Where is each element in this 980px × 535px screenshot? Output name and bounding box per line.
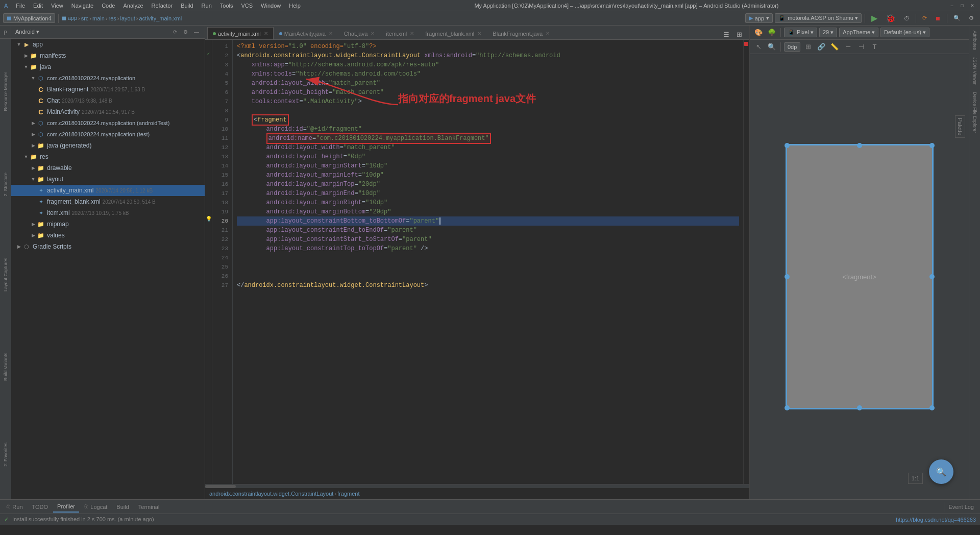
device-selector[interactable]: 📱 motorola AOSP on Shamu ▾ — [775, 13, 862, 23]
vtab-attributes[interactable]: Attributes — [971, 28, 979, 53]
tree-arrow-gradle[interactable]: ▶ — [15, 244, 22, 249]
panel-settings-btn[interactable]: ⚙ — [182, 29, 189, 35]
debug-button[interactable]: 🐞 — [883, 12, 899, 24]
text-icon[interactable]: T — [869, 41, 880, 53]
code-content[interactable]: <?xml version="1.0" encoding="utf-8"?> <… — [233, 40, 743, 484]
menu-analyze[interactable]: Analyze — [119, 2, 147, 10]
tree-arrow-manifests[interactable]: ▶ — [22, 53, 30, 58]
tree-item-layout[interactable]: ▼ 📁 layout — [11, 174, 205, 185]
grid-toggle-btn[interactable]: ⊞ — [802, 41, 814, 53]
profile-button[interactable]: ⏱ — [901, 14, 913, 22]
menu-help[interactable]: Help — [285, 2, 305, 10]
tab-close-fragment-blank[interactable]: ✕ — [477, 31, 481, 36]
tool-tab-terminal[interactable]: Terminal — [134, 501, 164, 513]
tree-arrow-values[interactable]: ▶ — [30, 233, 37, 238]
breadcrumb-fragment[interactable]: fragment — [337, 491, 359, 497]
handle-top[interactable] — [857, 143, 862, 148]
tree-arrow-res[interactable]: ▼ — [22, 154, 30, 159]
scrollbar-thumb[interactable] — [205, 485, 236, 488]
handle-bottom-right[interactable] — [929, 405, 935, 410]
theme-selector[interactable]: AppTheme ▾ — [839, 28, 878, 37]
handle-bottom-left[interactable] — [785, 405, 790, 410]
tree-arrow-mipmap[interactable]: ▶ — [30, 222, 37, 227]
tab-mainactivity-java[interactable]: MainActivity.java ✕ — [274, 27, 338, 39]
menu-edit[interactable]: Edit — [29, 2, 47, 10]
path-app[interactable]: ◼ app — [62, 15, 77, 21]
dp-input[interactable]: 0dp — [784, 42, 800, 52]
settings-gear[interactable]: ⚙ — [966, 14, 977, 22]
tree-item-chat[interactable]: C Chat 2020/7/13 9:38, 148 B — [11, 95, 205, 106]
horizontal-scrollbar[interactable] — [205, 484, 749, 488]
tree-item-java-gen[interactable]: ▶ 📁 java (generated) — [11, 140, 205, 151]
status-url[interactable]: https://blog.csdn.net/qq=466263 — [896, 517, 976, 523]
menu-code[interactable]: Code — [97, 2, 119, 10]
handle-left[interactable] — [785, 274, 790, 279]
tree-item-com-test[interactable]: ▶ ⬡ com.c201801020224.myapplication (tes… — [11, 129, 205, 140]
tab-item-xml[interactable]: item.xml ✕ — [380, 27, 420, 39]
breadcrumb-constraintlayout[interactable]: androidx.constraintlayout.widget.Constra… — [209, 491, 333, 497]
tool-tab-profiler[interactable]: Profiler — [53, 501, 79, 513]
api-level-selector[interactable]: 29 ▾ — [819, 28, 837, 37]
panel-collapse-btn[interactable]: — — [192, 29, 201, 35]
zoom-fab[interactable]: 🔍 — [929, 459, 953, 484]
vtab-project[interactable]: P — [0, 28, 11, 39]
tab-blankfragment-java[interactable]: BlankFragment.java ✕ — [487, 27, 555, 39]
tab-close-mainactivity[interactable]: ✕ — [329, 31, 333, 36]
tree-arrow-drawable[interactable]: ▶ — [30, 165, 37, 171]
tree-arrow-app[interactable]: ▼ — [15, 42, 22, 47]
handle-top-right[interactable] — [929, 143, 935, 148]
path-layout[interactable]: layout — [120, 15, 135, 21]
tree-arrow-com-android[interactable]: ▶ — [30, 120, 37, 126]
panel-sync-btn[interactable]: ⟳ — [172, 29, 179, 35]
tree-arrow-layout[interactable]: ▼ — [30, 177, 37, 182]
menu-navigate[interactable]: Navigate — [67, 2, 97, 10]
tree-item-activity-main-xml[interactable]: ✦ activity_main.xml 2020/7/14 20:56, 1.1… — [11, 185, 205, 196]
vtab-resource-manager[interactable]: Resource Manager — [2, 70, 9, 113]
menu-view[interactable]: View — [47, 2, 67, 10]
project-selector[interactable]: ◼ MyApplication4 — [3, 13, 55, 23]
tab-chat-java[interactable]: Chat.java ✕ — [338, 27, 380, 39]
tree-item-fragment-blank-xml[interactable]: ✦ fragment_blank.xml 2020/7/14 20:50, 51… — [11, 196, 205, 207]
tree-item-com-android[interactable]: ▶ ⬡ com.c201801020224.myapplication (and… — [11, 117, 205, 129]
menu-window[interactable]: Window — [257, 2, 285, 10]
menu-refactor[interactable]: Refactor — [148, 2, 177, 10]
tree-item-gradle[interactable]: ▶ ⬡ Gradle Scripts — [11, 241, 205, 252]
tree-arrow-com-main[interactable]: ▼ — [30, 76, 37, 81]
code-editor[interactable]: ✓ 💡 1 — [205, 40, 749, 484]
tool-tab-todo[interactable]: TODO — [28, 501, 53, 513]
device-preview-selector[interactable]: 📱 Pixel ▾ — [784, 28, 817, 37]
run-button[interactable]: ▶ — [868, 12, 880, 24]
tab-close-chat[interactable]: ✕ — [371, 31, 375, 36]
vtab-json-viewer[interactable]: JSON Viewer — [971, 54, 979, 88]
tree-item-res[interactable]: ▼ 📁 res — [11, 151, 205, 162]
tree-item-manifests[interactable]: ▶ 📁 manifests — [11, 50, 205, 61]
path-res[interactable]: res — [109, 15, 116, 21]
tree-item-mainactivity[interactable]: C MainActivity 2020/7/14 20:54, 917 B — [11, 106, 205, 117]
tab-close-item[interactable]: ✕ — [410, 31, 414, 36]
tree-item-com-main[interactable]: ▼ ⬡ com.c201801020224.myapplication — [11, 72, 205, 84]
menu-file[interactable]: File — [12, 2, 29, 10]
palette-btn[interactable]: 🎨 — [753, 27, 764, 38]
constraint-btn[interactable]: 🔗 — [816, 41, 827, 53]
tree-arrow-com-test[interactable]: ▶ — [30, 132, 37, 137]
tree-arrow-java[interactable]: ▼ — [22, 64, 30, 69]
stop-button[interactable]: ⏹ — [932, 14, 944, 22]
pan-tool-btn[interactable]: ↖ — [753, 41, 764, 53]
menu-run[interactable]: Run — [198, 2, 216, 10]
path-file[interactable]: activity_main.xml — [139, 15, 182, 21]
handle-top-left[interactable] — [785, 143, 790, 148]
maximize-button[interactable]: □ — [959, 2, 966, 9]
minimize-button[interactable]: – — [948, 2, 955, 9]
tab-close-activity-main[interactable]: ✕ — [264, 31, 268, 36]
run-config-selector[interactable]: ▶ app ▾ — [745, 13, 773, 23]
vtab-captures[interactable]: Layout Captures — [2, 256, 9, 293]
list-view-btn[interactable]: ☰ — [720, 30, 732, 39]
ruler-btn[interactable]: 📏 — [829, 41, 840, 53]
tab-fragment-blank-xml[interactable]: fragment_blank.xml ✕ — [420, 27, 487, 39]
vtab-build-variants[interactable]: Build Variants — [2, 351, 9, 382]
menu-tools[interactable]: Tools — [216, 2, 237, 10]
vtab-structure[interactable]: 2: Structure — [2, 171, 9, 198]
search-button[interactable]: 🔍 — [950, 14, 964, 22]
tab-activity-main-xml[interactable]: activity_main.xml ✕ — [207, 27, 274, 39]
tree-item-drawable[interactable]: ▶ 📁 drawable — [11, 162, 205, 174]
